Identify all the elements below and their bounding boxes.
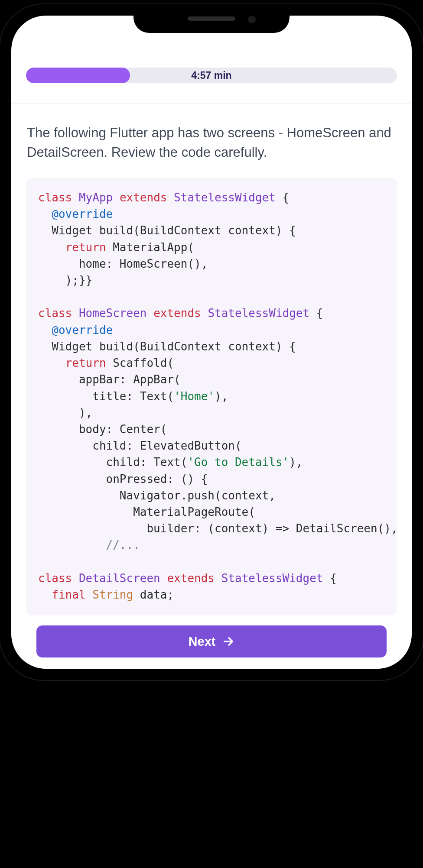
code-line: class MyApp extends StatelessWidget { (38, 189, 385, 206)
code-line: child: ElevatedButton( (38, 437, 385, 454)
code-line: Widget build(BuildContext context) { (38, 338, 385, 355)
code-line: ), (38, 405, 385, 421)
code-line: Navigator.push(context, (38, 487, 385, 504)
arrow-right-icon (222, 635, 234, 648)
app-content: 4:57 min The following Flutter app has t… (11, 16, 412, 669)
code-line: final String data; (38, 586, 385, 603)
phone-speaker (188, 16, 235, 21)
code-line: class DetailScreen extends StatelessWidg… (38, 570, 385, 586)
code-line (38, 288, 385, 305)
code-line: onPressed: () { (38, 471, 385, 487)
phone-camera (248, 16, 256, 23)
code-line: @override (38, 322, 385, 338)
phone-notch (133, 4, 290, 33)
code-line: MaterialPageRoute( (38, 504, 385, 520)
code-line: child: Text('Go to Details'), (38, 454, 385, 470)
code-line: home: HomeScreen(), (38, 256, 385, 272)
code-block: class MyApp extends StatelessWidget { @o… (26, 178, 397, 615)
code-line: builder: (context) => DetailScreen(), (38, 520, 385, 537)
code-line (38, 554, 385, 570)
progress-timer-label: 4:57 min (26, 68, 397, 83)
header-divider (11, 103, 412, 104)
code-line: Widget build(BuildContext context) { (38, 222, 385, 239)
phone-screen: 4:57 min The following Flutter app has t… (11, 16, 412, 669)
code-line: body: Center( (38, 421, 385, 437)
code-line: //... (38, 537, 385, 553)
instruction-text: The following Flutter app has two screen… (26, 123, 397, 162)
next-button[interactable]: Next (36, 625, 387, 657)
code-line: return MaterialApp( (38, 239, 385, 256)
code-line: title: Text('Home'), (38, 388, 385, 405)
code-line: );}} (38, 272, 385, 288)
code-line (38, 603, 385, 615)
code-line: return Scaffold( (38, 355, 385, 371)
code-line: @override (38, 206, 385, 222)
progress-bar: 4:57 min (26, 68, 397, 83)
phone-frame: 4:57 min The following Flutter app has t… (0, 4, 423, 680)
code-line: class HomeScreen extends StatelessWidget… (38, 305, 385, 321)
code-line: appBar: AppBar( (38, 371, 385, 388)
next-button-label: Next (189, 635, 216, 649)
